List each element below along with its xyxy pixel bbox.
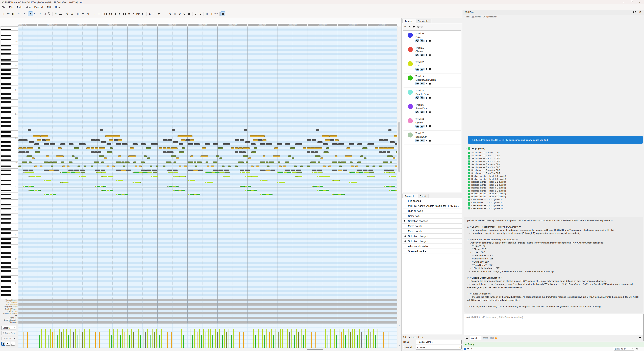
velocity-bar[interactable]: [212, 335, 213, 348]
midi-note[interactable]: [238, 161, 244, 163]
velocity-bar[interactable]: [80, 329, 80, 348]
midi-note[interactable]: [101, 172, 106, 173]
menu-item-midi[interactable]: Midi: [45, 4, 53, 10]
midi-note[interactable]: [158, 147, 162, 149]
midi-note[interactable]: [356, 172, 359, 173]
midi-note[interactable]: [317, 176, 318, 177]
vertical-scrollbar-thumb[interactable]: [398, 122, 400, 172]
velocity-bar[interactable]: [243, 332, 244, 348]
midi-note[interactable]: [101, 186, 103, 187]
minimize-button[interactable]: −: [620, 0, 627, 4]
velocity-bar[interactable]: [129, 335, 130, 348]
velocity-bar[interactable]: [276, 329, 276, 348]
midi-note[interactable]: [44, 180, 45, 181]
midi-note[interactable]: [393, 157, 395, 159]
black-key[interactable]: [1, 214, 11, 216]
midi-note[interactable]: [194, 161, 196, 163]
black-key[interactable]: [1, 159, 11, 161]
velocity-bar[interactable]: [39, 335, 40, 348]
black-key[interactable]: [1, 121, 11, 123]
midi-note[interactable]: [242, 172, 245, 173]
midi-note[interactable]: [116, 180, 117, 181]
model-select[interactable]: gemini-3.1-pro▾: [614, 347, 634, 351]
settings-gear-icon[interactable]: [636, 348, 638, 350]
midi-note[interactable]: [303, 147, 306, 149]
midi-note[interactable]: [97, 172, 101, 173]
black-key[interactable]: [1, 184, 11, 185]
midi-note[interactable]: [357, 170, 362, 171]
copy-icon[interactable]: ⧉: [65, 11, 69, 16]
velocity-bar[interactable]: [264, 335, 265, 348]
midi-note[interactable]: [94, 151, 98, 153]
midi-note[interactable]: [254, 147, 257, 149]
midi-note[interactable]: [206, 161, 208, 163]
midi-note[interactable]: [178, 135, 185, 137]
midi-note[interactable]: [67, 166, 70, 167]
midi-note[interactable]: [176, 186, 178, 187]
track-row[interactable]: Track 7Bass DrumT: [404, 130, 461, 145]
midi-note[interactable]: [341, 194, 345, 195]
midi-note[interactable]: [22, 161, 27, 163]
event-lane[interactable]: [18, 301, 397, 303]
velocity-bar[interactable]: [210, 329, 211, 348]
midi-note[interactable]: [95, 170, 100, 171]
velocity-bar[interactable]: [228, 329, 230, 348]
midi-note[interactable]: [151, 143, 158, 145]
velocity-bar[interactable]: [206, 332, 206, 348]
midi-note[interactable]: [188, 170, 193, 171]
velocity-bar[interactable]: [298, 332, 299, 348]
midi-note[interactable]: [213, 161, 217, 163]
midi-note[interactable]: [235, 151, 238, 153]
midi-note[interactable]: [363, 170, 368, 171]
midi-note[interactable]: [296, 170, 301, 171]
midi-note[interactable]: [360, 155, 363, 157]
midi-note[interactable]: [202, 147, 206, 149]
black-key[interactable]: [1, 194, 11, 195]
midi-note[interactable]: [174, 176, 180, 177]
midi-note[interactable]: [266, 143, 272, 145]
midi-note[interactable]: [372, 166, 375, 167]
midi-note[interactable]: [122, 194, 124, 195]
midi-note[interactable]: [69, 161, 72, 163]
event-lane[interactable]: [18, 306, 397, 308]
tab-tracks[interactable]: Tracks: [402, 19, 415, 23]
midi-note[interactable]: [349, 182, 350, 183]
midi-note[interactable]: [260, 161, 265, 163]
track-row[interactable]: Track 4Double BassT: [404, 88, 461, 102]
midi-note[interactable]: [123, 166, 125, 167]
all-tracks-audible-icon[interactable]: [409, 26, 412, 28]
midi-note[interactable]: [216, 155, 219, 157]
velocity-bar[interactable]: [111, 335, 112, 348]
stretch-horizontal-icon[interactable]: ↔: [92, 11, 96, 16]
midi-note[interactable]: [386, 151, 390, 153]
midi-note[interactable]: [139, 172, 143, 173]
velocity-bar[interactable]: [316, 332, 316, 348]
velocity-bar[interactable]: [131, 329, 132, 348]
hide-all-tracks-icon[interactable]: [420, 26, 423, 28]
black-key[interactable]: [1, 39, 11, 40]
midi-note[interactable]: [103, 186, 106, 187]
midi-note[interactable]: [251, 166, 254, 167]
velocity-bar[interactable]: [266, 329, 267, 348]
velocity-bar[interactable]: [197, 332, 198, 348]
velocity-bar[interactable]: [352, 329, 353, 348]
midi-note[interactable]: [44, 143, 49, 145]
midi-note[interactable]: [267, 166, 270, 167]
black-key[interactable]: [1, 111, 11, 113]
midi-note[interactable]: [130, 147, 134, 149]
midi-note[interactable]: [110, 147, 112, 149]
midi-note[interactable]: [44, 170, 49, 171]
midi-note[interactable]: [323, 143, 328, 145]
midi-note[interactable]: [171, 147, 178, 149]
midi-note[interactable]: [95, 147, 98, 149]
velocity-bar[interactable]: [338, 329, 340, 348]
tab-event[interactable]: Event: [418, 194, 429, 198]
midi-note[interactable]: [225, 172, 230, 173]
midi-note[interactable]: [338, 143, 344, 145]
midi-note[interactable]: [40, 166, 42, 167]
menu-item-help[interactable]: Help: [53, 4, 62, 10]
menu-item-tools[interactable]: Tools: [15, 4, 24, 10]
midi-note[interactable]: [239, 147, 243, 149]
midi-note[interactable]: [99, 147, 106, 149]
track-visible-button[interactable]: [416, 54, 419, 56]
